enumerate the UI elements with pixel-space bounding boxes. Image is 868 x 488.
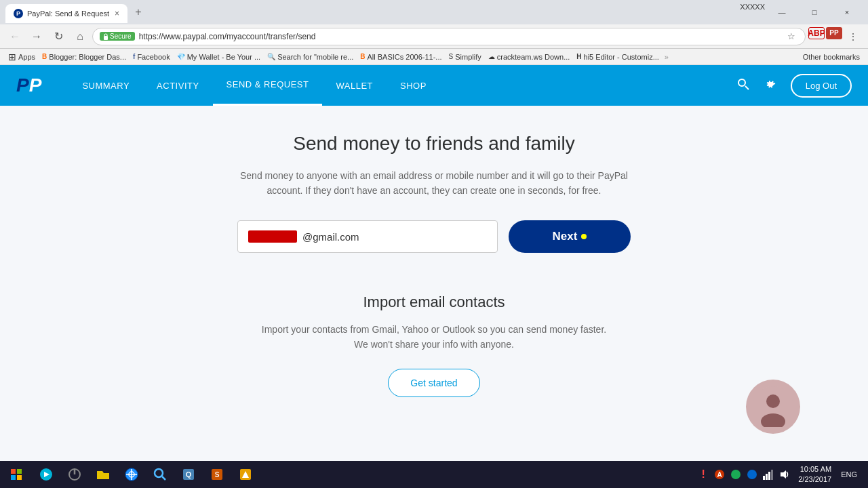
paypal-logo: PP (16, 75, 41, 96)
svg-rect-26 (768, 472, 770, 480)
header-right: Log Out (736, 74, 852, 98)
taskbar-right: ! A 10:05 AM 2/23/2017 ENG (696, 464, 865, 485)
back-button[interactable]: ← (5, 27, 24, 46)
page-title: Send money to friends and family (293, 133, 575, 155)
nav-send-request[interactable]: SEND & REQUEST (213, 65, 323, 106)
bookmark-allbasics[interactable]: B All BASICs 2006-11-... (357, 50, 444, 64)
svg-rect-0 (104, 36, 108, 40)
avatar (746, 380, 800, 434)
extension-icon[interactable]: PP (826, 27, 842, 39)
bookmark-facebook[interactable]: f Facebook (130, 50, 173, 64)
next-button[interactable]: Next (509, 220, 631, 253)
import-description: Import your contacts from Gmail, Yahoo o… (262, 322, 606, 352)
system-clock[interactable]: 10:05 AM 2/23/2017 (794, 464, 835, 485)
browser-tab[interactable]: P PayPal: Send & Request × (5, 4, 127, 23)
star-icon[interactable]: ☆ (785, 30, 798, 43)
nav-summary[interactable]: SUMMARY (68, 65, 143, 106)
nav-activity[interactable]: ACTIVITY (143, 65, 213, 106)
nav-shop[interactable]: SHOP (387, 65, 440, 106)
bookmark-blogger[interactable]: B Blogger: Blogger Das... (39, 50, 129, 64)
svg-text:A: A (717, 471, 722, 479)
start-button[interactable] (3, 461, 30, 488)
svg-point-1 (738, 79, 745, 86)
paypal-app: PP SUMMARY ACTIVITY SEND & REQUEST WALLE… (0, 65, 868, 431)
bookmark-search[interactable]: 🔍 Search for "mobile re... (264, 50, 356, 64)
bookmark-apps[interactable]: ⊞ Apps (5, 50, 38, 64)
language-indicator[interactable]: ENG (838, 470, 860, 479)
bookmarks-bar: ⊞ Apps B Blogger: Blogger Das... f Faceb… (0, 49, 868, 65)
tab-close-btn[interactable]: × (115, 9, 119, 18)
svg-point-12 (155, 469, 163, 477)
tray-icon-1[interactable]: ! (696, 468, 710, 481)
import-section: Import email contacts Import your contac… (262, 293, 606, 397)
taskbar-app1[interactable]: Q (175, 461, 202, 488)
browser-chrome: P PayPal: Send & Request × + XXXXX — □ ×… (0, 0, 868, 65)
svg-rect-25 (766, 474, 768, 480)
tab-title: PayPal: Send & Request (27, 9, 111, 18)
svg-line-2 (745, 86, 749, 89)
tray-icon-4[interactable] (745, 468, 759, 481)
secure-badge: Secure (100, 32, 135, 41)
home-button[interactable]: ⌂ (71, 27, 90, 46)
svg-marker-28 (781, 470, 786, 479)
windows-icon (11, 469, 22, 480)
svg-text:S: S (215, 471, 220, 479)
tab-favicon: P (14, 9, 23, 18)
email-highlight (248, 230, 297, 243)
new-tab-button[interactable]: + (130, 4, 146, 20)
menu-icon[interactable]: ⋮ (844, 27, 863, 46)
bookmark-simplify[interactable]: S Simplify (446, 50, 484, 64)
svg-point-22 (731, 470, 741, 479)
refresh-button[interactable]: ↻ (49, 27, 68, 46)
close-btn[interactable]: × (831, 3, 863, 22)
page-description: Send money to anyone with an email addre… (237, 168, 631, 199)
taskbar: Q S ! A 10:05 AM 2/23/2017 ENG (0, 461, 868, 488)
taskbar-app3[interactable] (232, 461, 259, 488)
svg-rect-24 (763, 476, 765, 480)
tray-icon-3[interactable] (729, 468, 743, 481)
network-icon[interactable] (762, 468, 775, 481)
address-text: https://www.paypal.com/myaccount/transfe… (139, 32, 782, 41)
import-title: Import email contacts (262, 293, 606, 311)
settings-icon[interactable] (764, 77, 777, 94)
cursor-indicator (581, 234, 587, 239)
bookmark-crackteam[interactable]: ☁ crackteam.ws Down... (486, 50, 573, 64)
taskbar-items: Q S (33, 461, 259, 488)
logout-button[interactable]: Log Out (791, 74, 852, 98)
address-bar[interactable]: Secure https://www.paypal.com/myaccount/… (92, 28, 806, 45)
browser-titlebar: P PayPal: Send & Request × + XXXXX — □ × (0, 0, 868, 24)
bookmark-hi5[interactable]: H hi5 Editor - Customiz... (574, 50, 662, 64)
volume-icon[interactable] (778, 468, 791, 481)
svg-point-4 (766, 394, 780, 408)
search-icon[interactable] (736, 77, 750, 94)
address-icons: ☆ (785, 30, 798, 43)
email-suffix: @gmail.com (302, 230, 359, 242)
browser-toolbar: ← → ↻ ⌂ Secure https://www.paypal.com/my… (0, 24, 868, 49)
bookmark-wallet[interactable]: 💎 My Wallet - Be Your ... (174, 50, 263, 64)
svg-rect-27 (771, 470, 773, 480)
taskbar-power[interactable] (61, 461, 88, 488)
taskbar-browser[interactable] (118, 461, 145, 488)
svg-line-13 (162, 476, 165, 480)
get-started-button[interactable]: Get started (388, 369, 479, 397)
other-bookmarks[interactable]: Other bookmarks (800, 50, 863, 64)
adblock-icon[interactable]: ABP (808, 27, 825, 39)
email-input-wrapper: @gmail.com (237, 220, 498, 253)
taskbar-search[interactable] (146, 461, 174, 488)
svg-text:Q: Q (186, 470, 192, 479)
svg-point-23 (747, 470, 757, 479)
taskbar-app2[interactable]: S (203, 461, 231, 488)
minimize-btn[interactable]: — (766, 3, 797, 22)
window-controls: XXXXX — □ × (740, 3, 863, 22)
paypal-nav: SUMMARY ACTIVITY SEND & REQUEST WALLET S… (68, 65, 439, 106)
tray-icon-2[interactable]: A (713, 468, 726, 481)
send-form: @gmail.com Next (237, 220, 631, 253)
bookmarks-more[interactable]: » (665, 53, 669, 61)
forward-button[interactable]: → (27, 27, 46, 46)
paypal-header: PP SUMMARY ACTIVITY SEND & REQUEST WALLE… (0, 65, 868, 106)
taskbar-media[interactable] (33, 461, 60, 488)
nav-wallet[interactable]: WALLET (322, 65, 387, 106)
maximize-btn[interactable]: □ (799, 3, 830, 22)
taskbar-folder[interactable] (90, 461, 117, 488)
main-content: Send money to friends and family Send mo… (0, 106, 868, 431)
